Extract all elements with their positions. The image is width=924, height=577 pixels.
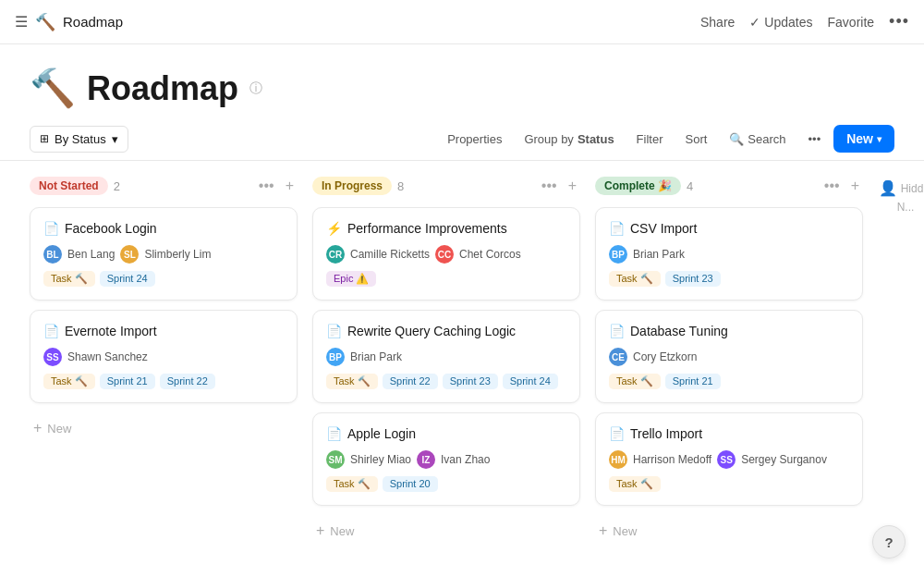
col-add-complete[interactable]: +: [847, 176, 863, 196]
card-tag: Task 🔨: [609, 271, 661, 287]
hidden-sub: N...: [897, 201, 915, 214]
card-complete-1[interactable]: 📄Database TuningCECory EtzkornTask 🔨Spri…: [595, 310, 863, 403]
card-in-progress-0[interactable]: ⚡Performance ImprovementsCRCamille Ricke…: [312, 207, 580, 301]
filter-button[interactable]: Filter: [627, 128, 673, 151]
more-toolbar-button[interactable]: •••: [799, 128, 831, 151]
card-complete-0[interactable]: 📄CSV ImportBPBrian ParkTask 🔨Sprint 23: [595, 207, 863, 301]
properties-button[interactable]: Properties: [438, 128, 511, 151]
card-tag: Epic ⚠️: [326, 271, 376, 287]
hidden-header: 👤 Hidd...: [879, 179, 924, 197]
share-label: Share: [700, 15, 735, 30]
page-title: Roadmap: [87, 69, 238, 108]
card-title: Apple Login: [347, 426, 416, 441]
user-name: Shawn Sanchez: [67, 350, 148, 363]
card-tag: Task 🔨: [326, 476, 378, 492]
user-avatar: HM: [609, 450, 627, 469]
user-avatar: SS: [717, 450, 736, 469]
user-avatar: BL: [43, 245, 62, 264]
card-type-icon: 📄: [609, 426, 625, 441]
status-badge-complete: Complete 🎉: [595, 177, 681, 195]
user-avatar: SM: [326, 450, 345, 469]
card-type-icon: 📄: [609, 221, 625, 236]
card-tag: Sprint 24: [100, 271, 155, 287]
hidden-avatar-icon: 👤: [879, 179, 897, 197]
card-tag: Task 🔨: [326, 374, 378, 389]
card-tag: Task 🔨: [43, 374, 95, 389]
card-type-icon: 📄: [326, 324, 342, 338]
sort-label: Sort: [686, 132, 708, 146]
column-not-started: Not Started2•••+📄Facebook LoginBLBen Lan…: [30, 176, 298, 557]
hidden-column: 👤 Hidd... N...: [878, 176, 924, 557]
app-icon: 🔨: [35, 12, 55, 32]
user-avatar: CE: [609, 348, 627, 366]
add-new-button-in-progress[interactable]: + New: [312, 515, 580, 546]
card-tag: Sprint 23: [443, 374, 498, 389]
favorite-button[interactable]: Favorite: [828, 15, 875, 30]
card-title: Trello Import: [630, 426, 702, 441]
col-add-not-started[interactable]: +: [282, 176, 298, 196]
card-title: CSV Import: [630, 221, 697, 236]
user-avatar: SL: [120, 245, 139, 264]
card-title: Facebook Login: [65, 221, 157, 236]
user-name: Harrison Medoff: [633, 453, 711, 466]
info-icon[interactable]: ⓘ: [249, 80, 262, 97]
card-tag: Task 🔨: [43, 271, 95, 287]
hidden-label: Hidd...: [901, 182, 924, 195]
add-new-button-complete[interactable]: + New: [595, 515, 863, 546]
user-avatar: CR: [326, 245, 345, 264]
new-button[interactable]: New ▾: [833, 125, 894, 153]
user-name: Ben Lang: [67, 248, 115, 261]
more-dots-icon: •••: [808, 132, 821, 146]
col-add-in-progress[interactable]: +: [565, 176, 580, 196]
card-not-started-0[interactable]: 📄Facebook LoginBLBen LangSLSlimberly Lim…: [30, 207, 298, 301]
chevron-down-icon: ▾: [112, 132, 118, 146]
updates-label: Updates: [764, 15, 812, 30]
by-status-button[interactable]: ⊞ By Status ▾: [30, 126, 128, 153]
col-menu-complete[interactable]: •••: [821, 176, 844, 196]
card-title: Rewrite Query Caching Logic: [347, 324, 516, 338]
updates-button[interactable]: ✓ Updates: [749, 15, 812, 30]
group-by-button[interactable]: Group by Status: [515, 128, 623, 151]
card-tag: Sprint 23: [665, 271, 721, 287]
properties-label: Properties: [447, 132, 502, 146]
filter-label: Filter: [637, 132, 663, 146]
page-icon: 🔨: [30, 67, 76, 110]
card-in-progress-2[interactable]: 📄Apple LoginSMShirley MiaoIZIvan ZhaoTas…: [312, 412, 580, 506]
search-label: Search: [748, 132, 785, 146]
user-name: Cory Etzkorn: [633, 350, 697, 363]
by-status-label: By Status: [55, 132, 106, 146]
card-complete-2[interactable]: 📄Trello ImportHMHarrison MedoffSSSergey …: [595, 412, 863, 506]
card-tag: Sprint 22: [160, 374, 215, 389]
search-button[interactable]: 🔍 Search: [720, 128, 795, 151]
user-name: Shirley Miao: [350, 453, 411, 466]
column-complete: Complete 🎉4•••+📄CSV ImportBPBrian ParkTa…: [595, 176, 863, 557]
user-name: Camille Ricketts: [350, 248, 430, 261]
col-menu-not-started[interactable]: •••: [255, 176, 278, 196]
card-in-progress-1[interactable]: 📄Rewrite Query Caching LogicBPBrian Park…: [312, 310, 580, 403]
user-avatar: BP: [609, 245, 627, 264]
group-by-prefix: Group by: [524, 132, 573, 146]
user-name: Chet Corcos: [459, 248, 521, 261]
card-title: Performance Improvements: [347, 221, 507, 236]
help-button[interactable]: ?: [872, 525, 906, 559]
col-count-complete: 4: [687, 179, 693, 193]
col-menu-in-progress[interactable]: •••: [538, 176, 561, 196]
hamburger-menu-icon[interactable]: ☰: [15, 13, 28, 31]
sort-button[interactable]: Sort: [676, 128, 717, 151]
share-button[interactable]: Share: [700, 15, 735, 30]
card-title: Evernote Import: [65, 324, 157, 338]
col-count-not-started: 2: [114, 179, 120, 193]
card-not-started-1[interactable]: 📄Evernote ImportSSShawn SanchezTask 🔨Spr…: [30, 310, 298, 403]
card-tag: Sprint 24: [503, 374, 558, 389]
card-type-icon: 📄: [609, 324, 625, 338]
add-new-button-not-started[interactable]: + New: [30, 412, 298, 444]
card-title: Database Tuning: [630, 324, 728, 338]
user-name: Ivan Zhao: [441, 453, 490, 466]
group-by-value: Status: [578, 132, 614, 146]
more-options-icon[interactable]: •••: [889, 12, 909, 31]
new-label: New: [846, 131, 873, 146]
favorite-label: Favorite: [828, 15, 875, 30]
card-type-icon: 📄: [43, 221, 59, 236]
status-badge-in-progress: In Progress: [312, 177, 392, 195]
nav-page-title: Roadmap: [63, 14, 123, 30]
